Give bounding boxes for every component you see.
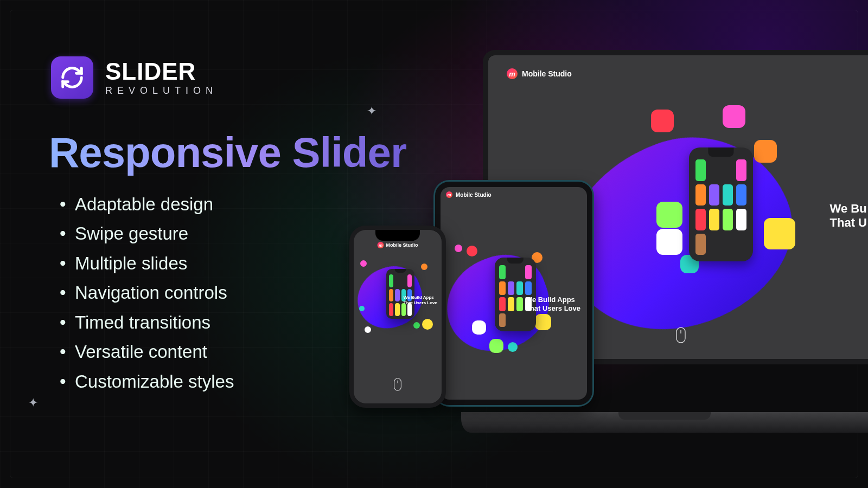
feature-item: Navigation controls — [60, 278, 234, 307]
mini-phone-graphic — [495, 258, 536, 331]
feature-item: Versatile content — [60, 337, 234, 367]
svg-rect-0 — [676, 328, 685, 343]
sparkle-icon: ✦ — [28, 396, 38, 410]
app-brand: m Mobile Studio — [446, 191, 492, 198]
scroll-mouse-icon — [675, 326, 686, 346]
tablet-mockup: m Mobile Studio We Build Apps That Users… — [435, 182, 592, 405]
app-brand-label: Mobile Studio — [386, 242, 418, 248]
app-brand: m Mobile Studio — [507, 68, 572, 79]
logo-text-line1: SLIDER — [105, 60, 218, 84]
feature-item: Adaptable design — [60, 190, 234, 219]
app-brand-label: Mobile Studio — [456, 192, 492, 198]
app-tagline: We Bu That U — [830, 202, 867, 230]
device-showcase: m Mobile Studio — [336, 0, 868, 488]
app-tagline: We Build Apps That Users Love — [404, 295, 437, 305]
feature-item: Swipe gesture — [60, 219, 234, 248]
app-brand-label: Mobile Studio — [522, 69, 572, 78]
feature-item: Multiple slides — [60, 249, 234, 278]
svg-rect-2 — [394, 378, 401, 390]
phone-mockup: m Mobile Studio We Build Apps That Users… — [349, 226, 446, 408]
feature-item: Customizable styles — [60, 367, 234, 396]
mini-phone-graphic — [689, 147, 753, 261]
app-brand: m Mobile Studio — [378, 242, 418, 248]
logo-badge-icon — [51, 56, 93, 99]
product-logo: SLIDER REVOLUTION — [51, 56, 218, 99]
feature-list: Adaptable design Swipe gesture Multiple … — [60, 190, 234, 396]
app-tagline: We Build Apps That Users Love — [526, 296, 580, 312]
logo-text-line2: REVOLUTION — [105, 86, 218, 95]
mini-phone-graphic — [386, 269, 414, 319]
feature-item: Timed transitions — [60, 308, 234, 337]
scroll-mouse-icon — [393, 377, 402, 394]
